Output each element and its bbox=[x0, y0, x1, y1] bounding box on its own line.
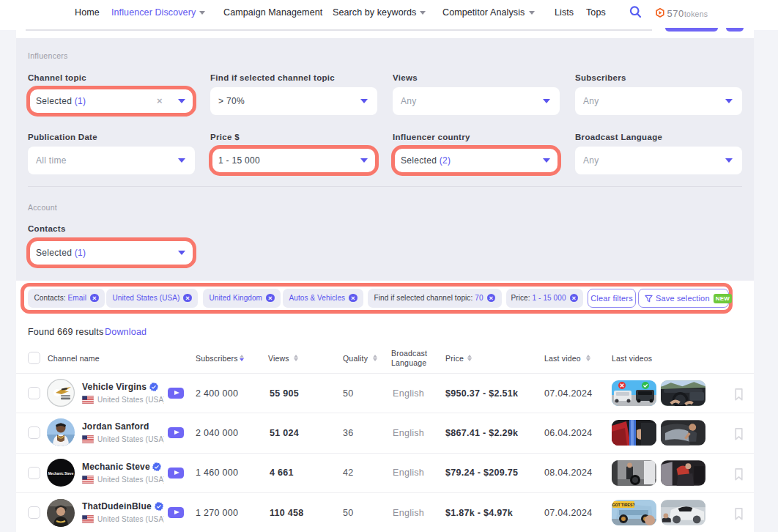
svg-text:GOT TIRES?: GOT TIRES? bbox=[612, 503, 634, 507]
svg-text:Mechanic Steve: Mechanic Steve bbox=[48, 472, 74, 476]
